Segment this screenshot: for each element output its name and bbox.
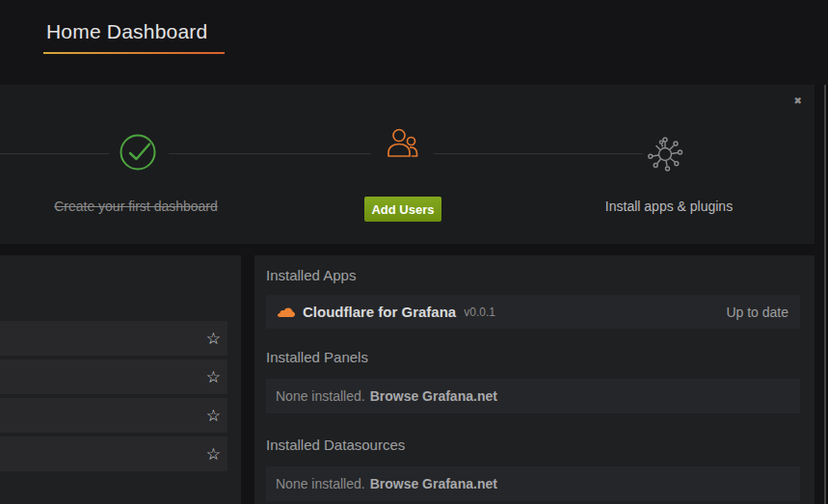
dashboard-list-item[interactable]: ☆	[0, 398, 227, 433]
step-create-dashboard[interactable]: Create your first dashboard	[30, 199, 242, 214]
star-icon[interactable]: ☆	[206, 408, 221, 424]
installed-datasources-heading: Installed Datasources	[266, 437, 800, 453]
page-title: Home Dashboard	[46, 20, 207, 43]
dashboard-list-item[interactable]: ☆	[0, 437, 227, 471]
step-install-plugins[interactable]: Install apps & plugins	[563, 199, 775, 214]
cloudflare-icon	[278, 306, 295, 318]
app-version: v0.0.1	[464, 305, 495, 319]
dashboard-rows: ☆ ☆ ☆ ☆	[0, 255, 241, 471]
connector-line	[0, 153, 109, 154]
datasources-empty-row: None installed. Browse Grafana.net	[266, 466, 800, 501]
users-icon	[385, 126, 419, 163]
connector-line	[169, 153, 371, 154]
dashboard-list-item[interactable]: ☆	[0, 321, 227, 356]
panels-empty-row: None installed. Browse Grafana.net	[266, 379, 800, 413]
star-icon[interactable]: ☆	[206, 331, 221, 347]
app-status-badge: Up to date	[726, 305, 788, 320]
installed-panels-heading: Installed Panels	[266, 349, 800, 365]
dashboard-list-item[interactable]: ☆	[0, 359, 227, 394]
plugin-icon	[644, 133, 686, 179]
browse-grafana-link[interactable]: Browse Grafana.net	[370, 476, 497, 491]
browse-grafana-link[interactable]: Browse Grafana.net	[370, 388, 497, 404]
installed-apps-heading: Installed Apps	[266, 267, 800, 283]
connector-line	[434, 153, 643, 154]
check-circle-icon	[119, 133, 157, 175]
star-icon[interactable]: ☆	[206, 369, 221, 385]
star-icon[interactable]: ☆	[206, 446, 221, 463]
app-name: Cloudflare for Grafana	[303, 304, 456, 320]
close-icon[interactable]: ✖	[794, 96, 802, 106]
dashboard-list-panel: ☆ ☆ ☆ ☆	[0, 255, 241, 504]
empty-text: None installed.	[276, 388, 365, 404]
app-row-cloudflare[interactable]: Cloudflare for Grafana v0.0.1 Up to date	[266, 295, 800, 329]
installed-plugins-panel: Installed Apps Cloudflare for Grafana v0…	[254, 255, 815, 504]
dashboard-header: Home Dashboard	[0, 0, 828, 85]
title-underline	[43, 52, 225, 54]
empty-text: None installed.	[276, 476, 365, 491]
add-users-button[interactable]: Add Users	[364, 197, 441, 222]
getting-started-panel: ✖	[0, 85, 815, 244]
